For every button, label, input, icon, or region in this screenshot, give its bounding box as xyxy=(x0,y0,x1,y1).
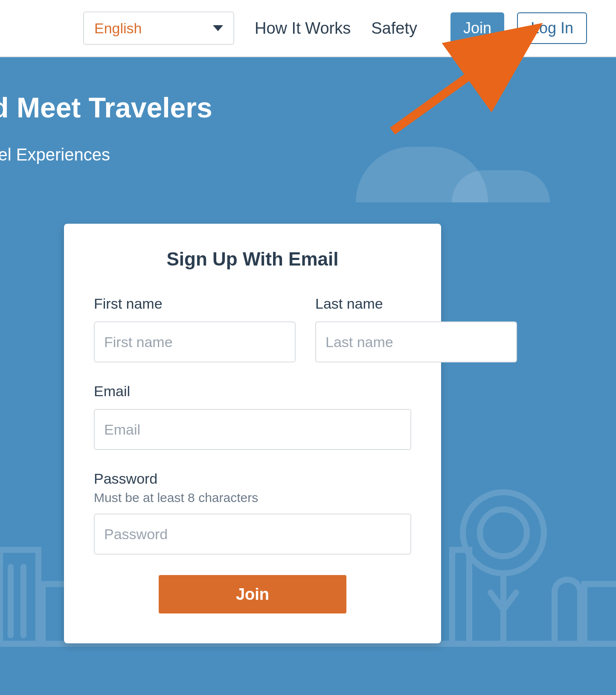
nav-right-group: Join Log In xyxy=(450,12,587,44)
svg-line-6 xyxy=(503,593,516,610)
password-label: Password xyxy=(94,470,411,487)
cloud-icon xyxy=(452,170,550,202)
hero-subtitle: ravel Experiences xyxy=(0,145,616,164)
first-name-label: First name xyxy=(94,295,296,312)
password-field[interactable] xyxy=(94,514,411,555)
login-button[interactable]: Log In xyxy=(517,12,587,44)
signup-submit-button[interactable]: Join xyxy=(159,575,346,613)
email-field[interactable] xyxy=(94,409,411,450)
join-button[interactable]: Join xyxy=(450,12,504,44)
signup-title: Sign Up With Email xyxy=(94,248,411,270)
first-name-field[interactable] xyxy=(94,321,296,362)
email-label: Email xyxy=(94,383,411,400)
signup-card: Sign Up With Email First name Last name … xyxy=(64,224,441,643)
hero-title: nd Meet Travelers xyxy=(0,57,616,124)
language-select[interactable]: English xyxy=(83,12,234,45)
language-select-label: English xyxy=(94,20,142,37)
password-hint: Must be at least 8 characters xyxy=(94,491,411,505)
nav-safety[interactable]: Safety xyxy=(371,19,417,38)
last-name-label: Last name xyxy=(315,295,517,312)
svg-point-2 xyxy=(463,492,544,573)
svg-line-5 xyxy=(491,593,503,610)
last-name-field[interactable] xyxy=(315,321,517,362)
nav-how-it-works[interactable]: How It Works xyxy=(255,19,351,38)
hero-section: nd Meet Travelers ravel Experiences r Si… xyxy=(0,57,616,695)
chevron-down-icon xyxy=(213,25,223,31)
svg-point-3 xyxy=(480,509,527,556)
top-navigation: English How It Works Safety Join Log In xyxy=(0,0,616,57)
